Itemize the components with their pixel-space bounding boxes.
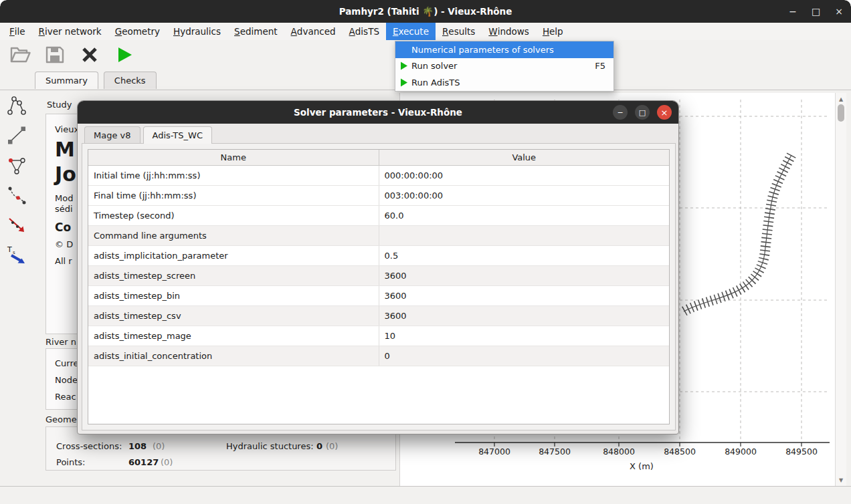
table-row[interactable]: Command line arguments <box>88 226 669 246</box>
river-network-row: Node <box>55 375 78 385</box>
table-row[interactable]: Timestep (second)60.0 <box>88 206 669 226</box>
param-name-cell[interactable]: Initial time (jj:hh:mm:ss) <box>88 166 379 185</box>
x-tick-label: 847500 <box>533 447 576 457</box>
menu-windows[interactable]: Windows <box>482 23 536 40</box>
menu-advanced[interactable]: Advanced <box>284 23 343 40</box>
param-name-cell[interactable]: adists_initial_concentration <box>88 346 379 366</box>
open-folder-icon[interactable] <box>8 43 32 67</box>
close-icon[interactable]: × <box>835 7 843 16</box>
menu-item-run-solver[interactable]: Run solverF5 <box>395 58 613 75</box>
run-icon[interactable] <box>112 43 136 67</box>
menu-help[interactable]: Help <box>536 23 570 40</box>
param-name-cell[interactable]: Timestep (second) <box>88 206 379 225</box>
param-value-cell[interactable] <box>379 226 670 245</box>
parameters-table-header: Name Value <box>88 150 669 166</box>
menu-river-network[interactable]: River network <box>32 23 108 40</box>
dialog-tab-mage-v8[interactable]: Mage v8 <box>84 126 140 144</box>
param-name-cell[interactable]: adists_implicitation_parameter <box>88 246 379 265</box>
scrollbar-thumb[interactable] <box>838 104 844 122</box>
param-value-cell[interactable]: 60.0 <box>379 206 670 225</box>
dialog-minimize-icon[interactable]: − <box>613 105 628 120</box>
nodes-icon[interactable] <box>4 152 29 178</box>
param-value-cell[interactable]: 3600 <box>379 306 670 326</box>
param-name-cell[interactable]: adists_timestep_mage <box>88 326 379 346</box>
menu-item-numerical-parameters-of-solvers[interactable]: Numerical parameters of solvers <box>395 41 613 58</box>
menu-item-run-adists[interactable]: Run AdisTS <box>395 74 613 91</box>
cross-sections-icon[interactable] <box>4 182 29 208</box>
menu-item-label: Numerical parameters of solvers <box>411 45 554 55</box>
param-value-cell[interactable]: 0.5 <box>379 246 670 265</box>
execute-menu: Numerical parameters of solversRun solve… <box>395 41 614 92</box>
reach-icon[interactable] <box>4 122 29 148</box>
param-table-body: Initial time (jj:hh:mm:ss)000:00:00:00Fi… <box>88 166 669 366</box>
scroll-down-icon[interactable]: ▼ <box>836 475 846 485</box>
param-value-cell[interactable]: 000:00:00:00 <box>379 166 670 185</box>
param-value-cell[interactable]: 3600 <box>379 266 670 285</box>
window-bottom-divider <box>0 486 851 487</box>
menu-results[interactable]: Results <box>436 23 482 40</box>
param-name-cell[interactable]: adists_timestep_bin <box>88 286 379 305</box>
study-desc-line2: sédi <box>55 204 73 214</box>
table-row[interactable]: adists_timestep_csv3600 <box>88 306 669 326</box>
menu-sediment[interactable]: Sediment <box>227 23 284 40</box>
x-tick-label: 849000 <box>719 447 762 457</box>
dialog-tab-adis-ts-wc[interactable]: Adis-TS_WC <box>143 126 212 144</box>
table-row[interactable]: adists_timestep_screen3600 <box>88 266 669 286</box>
param-name-cell[interactable]: adists_timestep_csv <box>88 306 379 326</box>
structures-value: 0 <box>316 441 322 451</box>
svg-text:T: T <box>7 245 12 254</box>
menu-hydraulics[interactable]: Hydraulics <box>167 23 227 40</box>
solver-parameters-dialog: Solver parameters - Vieux-Rhône − □ × Ma… <box>77 100 679 434</box>
table-row[interactable]: adists_implicitation_parameter0.5 <box>88 246 669 266</box>
river-network-row: Curre <box>55 358 79 368</box>
table-row[interactable]: Final time (jj:hh:mm:ss)003:00:00:00 <box>88 186 669 206</box>
minimize-icon[interactable]: − <box>789 7 797 16</box>
dialog-titlebar[interactable]: Solver parameters - Vieux-Rhône − □ × <box>78 101 678 124</box>
tab-checks[interactable]: Checks <box>104 72 157 89</box>
table-row[interactable]: adists_initial_concentration0 <box>88 346 669 366</box>
param-name-cell[interactable]: adists_timestep_screen <box>88 266 379 285</box>
maximize-icon[interactable]: □ <box>812 7 820 16</box>
table-row[interactable]: adists_timestep_mage10 <box>88 326 669 346</box>
param-name-cell[interactable]: Command line arguments <box>88 226 379 245</box>
dialog-tabs: Mage v8Adis-TS_WC <box>84 126 215 143</box>
menu-adists[interactable]: AdisTS <box>343 23 386 40</box>
study-heading-line1: M <box>55 138 75 161</box>
param-name-cell[interactable]: Final time (jj:hh:mm:ss) <box>88 186 379 205</box>
param-value-cell[interactable]: 10 <box>379 326 670 346</box>
menu-execute[interactable]: Execute <box>386 23 436 40</box>
menu-item-label: Run AdisTS <box>411 78 460 88</box>
param-value-cell[interactable]: 003:00:00:00 <box>379 186 670 205</box>
study-copyright: © D <box>55 239 73 249</box>
play-icon <box>400 78 411 87</box>
tab-summary[interactable]: Summary <box>35 72 98 89</box>
param-value-cell[interactable]: 0 <box>379 346 670 366</box>
translation-icon[interactable]: Ts <box>4 243 29 268</box>
menu-geometry[interactable]: Geometry <box>108 23 167 40</box>
scroll-up-icon[interactable]: ▲ <box>836 94 846 104</box>
river-reach-hatching <box>684 155 791 311</box>
river-network-row: Reac <box>55 392 76 402</box>
cross-sections-value: 108 <box>128 441 147 451</box>
application-window: Pamhyr2 (Tahiti 🌴) - Vieux-Rhône − □ × F… <box>0 0 851 504</box>
param-value-cell[interactable]: 3600 <box>379 286 670 305</box>
river-network-group-label: River n <box>45 337 76 347</box>
study-heading-line2: Jo <box>55 162 76 186</box>
dialog-controls: − □ × <box>613 105 672 120</box>
study-name-text: Vieux <box>55 124 79 134</box>
delete-icon[interactable] <box>78 43 102 67</box>
x-tick-label: 848500 <box>658 447 701 457</box>
table-row[interactable]: Initial time (jj:hh:mm:ss)000:00:00:00 <box>88 166 669 186</box>
dialog-close-icon[interactable]: × <box>657 105 672 120</box>
table-row[interactable]: adists_timestep_bin3600 <box>88 286 669 306</box>
cross-sections-label: Cross-sections: <box>56 441 122 451</box>
window-titlebar[interactable]: Pamhyr2 (Tahiti 🌴) - Vieux-Rhône − □ × <box>0 0 851 23</box>
slope-icon[interactable] <box>4 213 29 238</box>
menu-file[interactable]: File <box>3 23 32 40</box>
save-icon[interactable] <box>43 43 67 67</box>
dialog-maximize-icon[interactable]: □ <box>635 105 650 120</box>
svg-text:s: s <box>13 250 15 255</box>
river-network-icon[interactable] <box>4 92 29 118</box>
x-tick-label: 848000 <box>597 447 640 457</box>
vertical-scrollbar[interactable]: ▲ ▼ <box>835 93 846 486</box>
